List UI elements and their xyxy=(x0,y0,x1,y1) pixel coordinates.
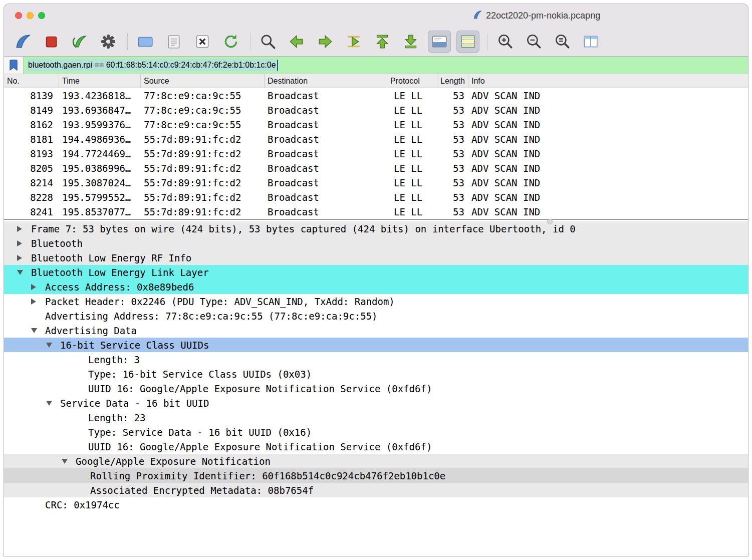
detail-row-length[interactable]: Length: 23 xyxy=(4,410,748,425)
detail-row-packet-header[interactable]: Packet Header: 0x2246 (PDU Type: ADV_SCA… xyxy=(4,294,748,309)
zoom-in-button[interactable] xyxy=(493,31,517,53)
detail-row-length[interactable]: Length: 3 xyxy=(4,352,748,367)
expander-expanded-icon[interactable] xyxy=(62,459,76,464)
detail-row-bluetooth[interactable]: Bluetooth xyxy=(4,236,748,250)
go-to-packet-button[interactable] xyxy=(342,31,365,53)
detail-row-gaen[interactable]: Google/Apple Exposure Notification xyxy=(4,454,748,468)
filter-bookmark-button[interactable] xyxy=(4,57,24,74)
expander-expanded-icon[interactable] xyxy=(46,401,60,406)
column-header-time[interactable]: Time xyxy=(59,74,141,88)
start-capture-button[interactable] xyxy=(11,31,34,53)
detail-row-crc[interactable]: CRC: 0x1974cc xyxy=(4,497,748,512)
zoom-reset-button[interactable] xyxy=(551,31,574,53)
packet-no: 8193 xyxy=(4,148,59,159)
packet-destination: Broadcast xyxy=(265,177,387,188)
detail-text: Packet Header: 0x2246 (PDU Type: ADV_SCA… xyxy=(45,296,395,307)
detail-row-frame[interactable]: Frame 7: 53 bytes on wire (424 bits), 53… xyxy=(4,221,748,236)
first-packet-button[interactable] xyxy=(371,31,394,53)
detail-row-type[interactable]: Type: Service Data - 16 bit UUID (0x16) xyxy=(4,425,748,439)
packet-row[interactable]: 8228195.5799552…55:7d:89:91:fc:d2Broadca… xyxy=(4,190,748,204)
last-packet-button[interactable] xyxy=(399,31,422,53)
colorize-toggle[interactable] xyxy=(456,31,479,53)
display-filter-input[interactable]: bluetooth.gaen.rpi == 60:f1:68:b5:14:c0:… xyxy=(24,57,748,74)
detail-row-uuid16[interactable]: UUID 16: Google/Apple Exposure Notificat… xyxy=(4,439,748,454)
packet-row[interactable]: 8162193.9599376…77:8c:e9:ca:9c:55Broadca… xyxy=(4,117,748,132)
detail-text: Associated Encrypted Metadata: 08b7654f xyxy=(90,485,314,496)
packet-row[interactable]: 8214195.3087024…55:7d:89:91:fc:d2Broadca… xyxy=(4,175,748,190)
packet-row[interactable]: 8193194.7724469…55:7d:89:91:fc:d2Broadca… xyxy=(4,146,748,161)
detail-row-service-data[interactable]: Service Data - 16 bit UUID xyxy=(4,396,748,410)
column-header-no[interactable]: No. xyxy=(4,74,59,88)
packet-row[interactable]: 8241195.8537077…55:7d:89:91:fc:d2Broadca… xyxy=(4,204,748,219)
packet-destination: Broadcast xyxy=(265,163,387,174)
find-packet-button[interactable] xyxy=(257,31,280,53)
expander-collapsed-icon[interactable] xyxy=(17,226,31,232)
reload-file-button[interactable] xyxy=(219,31,242,53)
zoom-in-icon xyxy=(496,33,514,50)
auto-scroll-toggle[interactable] xyxy=(428,31,451,53)
packet-row[interactable]: 8149193.6936847…77:8c:e9:ca:9c:55Broadca… xyxy=(4,103,748,117)
packet-info: ADV_SCAN_IND xyxy=(468,177,748,188)
column-header-source[interactable]: Source xyxy=(141,74,265,88)
close-window-button[interactable] xyxy=(15,12,22,19)
packet-row[interactable]: 8181194.4986936…55:7d:89:91:fc:d2Broadca… xyxy=(4,132,748,146)
stop-icon xyxy=(43,33,60,50)
detail-row-type[interactable]: Type: 16-bit Service Class UUIDs (0x03) xyxy=(4,367,748,381)
packet-time: 195.0386996… xyxy=(59,163,141,174)
packet-time: 193.9599376… xyxy=(59,119,141,130)
minimize-window-button[interactable] xyxy=(27,12,34,19)
capture-options-button[interactable] xyxy=(97,31,120,53)
save-file-button[interactable] xyxy=(162,31,185,53)
go-back-button[interactable] xyxy=(285,31,308,53)
expander-expanded-icon[interactable] xyxy=(31,328,45,333)
detail-row-ble-link-layer[interactable]: Bluetooth Low Energy Link Layer xyxy=(4,265,748,279)
detail-row-rolling-proximity-id[interactable]: Rolling Proximity Identifier: 60f168b514… xyxy=(4,468,748,483)
close-file-button[interactable] xyxy=(191,31,214,53)
column-header-protocol[interactable]: Protocol xyxy=(387,74,437,88)
restart-capture-button[interactable] xyxy=(68,31,91,53)
zoom-out-icon xyxy=(525,33,542,50)
detail-row-advertising-data[interactable]: Advertising Data xyxy=(4,323,748,338)
resize-columns-button[interactable] xyxy=(579,31,602,53)
detail-text: Length: 3 xyxy=(88,354,140,365)
column-header-info[interactable]: Info xyxy=(468,74,748,88)
packet-source: 55:7d:89:91:fc:d2 xyxy=(141,206,265,217)
packet-destination: Broadcast xyxy=(265,148,387,159)
detail-row-16bit-service-uuids[interactable]: 16-bit Service Class UUIDs xyxy=(4,338,748,352)
expander-collapsed-icon[interactable] xyxy=(17,255,31,261)
packet-no: 8139 xyxy=(4,90,59,101)
expander-expanded-icon[interactable] xyxy=(17,270,31,275)
reload-icon xyxy=(222,33,239,50)
stop-capture-button[interactable] xyxy=(40,31,63,53)
expander-collapsed-icon[interactable] xyxy=(17,240,31,246)
go-forward-button[interactable] xyxy=(314,31,337,53)
packet-length: 53 xyxy=(437,148,468,159)
detail-row-advertising-address[interactable]: Advertising Address: 77:8c:e9:ca:9c:55 (… xyxy=(4,309,748,323)
packet-destination: Broadcast xyxy=(265,105,387,116)
packet-source: 77:8c:e9:ca:9c:55 xyxy=(141,90,265,101)
detail-row-uuid16[interactable]: UUID 16: Google/Apple Exposure Notificat… xyxy=(4,381,748,396)
detail-text: UUID 16: Google/Apple Exposure Notificat… xyxy=(88,383,432,394)
expander-collapsed-icon[interactable] xyxy=(31,299,45,305)
column-header-destination[interactable]: Destination xyxy=(265,74,387,88)
packet-list-header: No. Time Source Destination Protocol Len… xyxy=(4,74,748,88)
zoom-out-button[interactable] xyxy=(522,31,545,53)
packet-row[interactable]: 8139193.4236818…77:8c:e9:ca:9c:55Broadca… xyxy=(4,88,748,103)
zoom-window-button[interactable] xyxy=(38,12,45,19)
packet-row[interactable]: 8205195.0386996…55:7d:89:91:fc:d2Broadca… xyxy=(4,161,748,175)
detail-row-access-address[interactable]: Access Address: 0x8e89bed6 xyxy=(4,279,748,294)
column-header-length[interactable]: Length xyxy=(437,74,468,88)
open-file-button[interactable] xyxy=(134,31,157,53)
packet-time: 194.7724469… xyxy=(59,148,141,159)
expander-expanded-icon[interactable] xyxy=(46,343,60,348)
toolbar-separator xyxy=(250,33,250,50)
colorize-icon xyxy=(459,33,476,50)
detail-row-associated-metadata[interactable]: Associated Encrypted Metadata: 08b7654f xyxy=(4,483,748,497)
expander-collapsed-icon[interactable] xyxy=(31,284,45,290)
detail-text: Type: 16-bit Service Class UUIDs (0x03) xyxy=(88,369,312,380)
detail-row-ble-rf-info[interactable]: Bluetooth Low Energy RF Info xyxy=(4,250,748,265)
pane-splitter[interactable] xyxy=(4,219,748,220)
main-toolbar xyxy=(4,27,748,57)
packet-no: 8181 xyxy=(4,134,59,145)
packet-protocol: LE LL xyxy=(387,119,437,130)
